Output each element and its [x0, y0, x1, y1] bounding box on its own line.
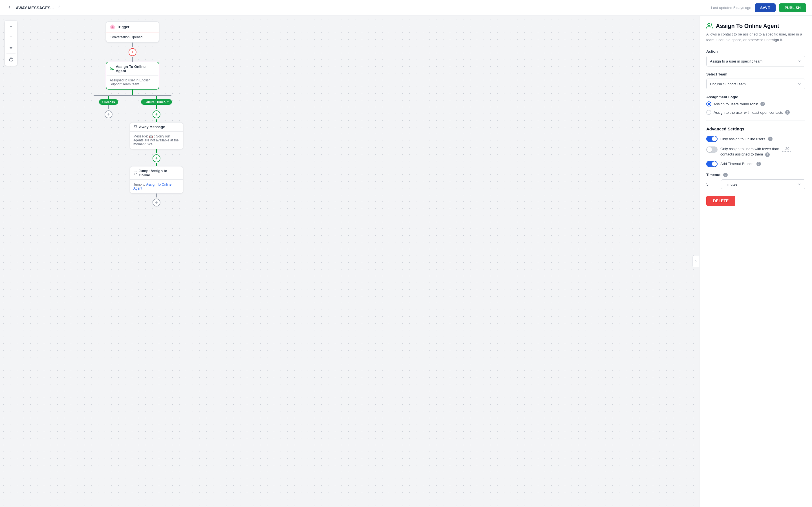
help-icon-online[interactable]: ? — [768, 136, 772, 141]
advanced-title: Advanced Settings — [706, 126, 805, 131]
chevron-down-icon-3 — [797, 182, 802, 186]
add-failure-button[interactable]: + — [153, 110, 160, 118]
help-icon-least-contacts[interactable]: ? — [785, 110, 790, 115]
connector-3 — [132, 90, 133, 95]
svg-point-0 — [10, 47, 11, 48]
jump-body: Jump to Assign To Online Agent — [130, 180, 183, 193]
trigger-header: 🌸 Trigger — [106, 22, 159, 33]
toggle-online-label: Only assign to Online users — [720, 137, 765, 141]
timeout-label: Timeout ? — [706, 173, 805, 177]
success-label: Success — [99, 99, 118, 105]
away-node[interactable]: Away Message Message: 🤖 : Sorry our agen… — [130, 122, 183, 149]
toggle-online-thumb — [712, 136, 717, 142]
main-layout: + − 🌸 Trigge — [0, 16, 812, 507]
failure-branch: Failure: Timeout + Away Message Messag — [133, 95, 181, 208]
action-select[interactable]: Assign to a user in specific team — [706, 56, 805, 66]
branch-row: Success + Failure: Timeout + — [85, 95, 181, 208]
trigger-body: Conversation Opened — [106, 33, 159, 42]
h-connector — [94, 95, 171, 96]
team-value: English Support Team — [710, 82, 746, 86]
delete-button[interactable]: DELETE — [706, 196, 735, 206]
add-success-button[interactable]: + — [105, 110, 112, 118]
zoom-in-button[interactable]: + — [6, 22, 15, 31]
jump-header: Jump: Assign to Online ... — [130, 166, 183, 180]
help-icon-timeout-val[interactable]: ? — [723, 173, 728, 177]
help-icon-timeout[interactable]: ? — [756, 162, 761, 166]
radio-round-robin[interactable]: Assign to users round robin ? — [706, 101, 805, 107]
toggle-fewer-content: Only assign to users with fewer than 20 … — [720, 146, 791, 157]
panel-icon — [706, 22, 713, 29]
fit-button[interactable] — [6, 43, 15, 52]
panel-content: Assign To Online Agent Allows a contact … — [700, 16, 812, 213]
assign-body: Assigned to user in English Support Team… — [106, 75, 159, 89]
trigger-node-col: 🌸 Trigger Conversation Opened + Assign T… — [85, 21, 181, 208]
chevron-down-icon — [797, 59, 802, 63]
away-title: Away Message — [139, 125, 165, 129]
publish-button[interactable]: PUBLISH — [779, 3, 806, 12]
assign-node[interactable]: Assign To Online Agent Assigned to user … — [106, 62, 159, 90]
failure-connector-3 — [156, 119, 157, 122]
team-section: Select Team English Support Team — [706, 72, 805, 89]
branch-container: Success + Failure: Timeout + — [85, 90, 181, 208]
canvas-area[interactable]: + − 🌸 Trigge — [0, 16, 699, 507]
panel-description: Allows a contact to be assigned to a spe… — [706, 32, 805, 43]
toggle-fewer-row: Only assign to users with fewer than 20 … — [706, 146, 805, 157]
assignment-logic-section: Assignment Logic Assign to users round r… — [706, 95, 805, 115]
hand-tool-button[interactable] — [6, 55, 15, 64]
connector-1 — [132, 43, 133, 47]
timeout-unit-select[interactable]: minutes — [721, 179, 805, 189]
edit-icon[interactable] — [57, 5, 61, 10]
page-title: AWAY MESSAGES... — [16, 6, 54, 10]
flow-canvas: 🌸 Trigger Conversation Opened + Assign T… — [28, 21, 181, 208]
toggle-online[interactable] — [706, 136, 718, 142]
action-label: Action — [706, 49, 805, 54]
timeout-section: Timeout ? 5 minutes — [706, 173, 805, 189]
assignment-logic-radio-group: Assign to users round robin ? Assign to … — [706, 101, 805, 115]
trigger-node[interactable]: 🌸 Trigger Conversation Opened — [106, 21, 159, 43]
jump-connector — [156, 163, 157, 166]
timeout-value: 5 — [706, 182, 718, 186]
save-button[interactable]: SAVE — [755, 3, 776, 12]
failure-connector-1 — [156, 95, 157, 99]
header: AWAY MESSAGES... Last updated 5 days ago… — [0, 0, 812, 16]
jump-title: Jump: Assign to Online ... — [139, 169, 180, 177]
help-icon-round-robin[interactable]: ? — [760, 102, 765, 106]
collapse-panel-button[interactable] — [693, 256, 699, 267]
assign-title: Assign To Online Agent — [116, 64, 155, 73]
contacts-value[interactable]: 20 — [782, 146, 791, 152]
away-header: Away Message — [130, 122, 183, 131]
back-button[interactable] — [6, 3, 13, 12]
chevron-down-icon-2 — [797, 82, 802, 86]
action-section: Action Assign to a user in specific team — [706, 49, 805, 66]
radio-least-contacts-circle[interactable] — [706, 110, 711, 115]
toggle-online-row: Only assign to Online users ? — [706, 136, 805, 142]
failure-label: Failure: Timeout — [141, 99, 172, 105]
jump-node[interactable]: Jump: Assign to Online ... Jump to Assig… — [130, 166, 183, 193]
success-connector-1 — [108, 95, 109, 99]
help-icon-fewer[interactable]: ? — [765, 152, 770, 157]
advanced-settings-section: Advanced Settings Only assign to Online … — [706, 126, 805, 167]
radio-round-robin-circle[interactable] — [706, 101, 711, 107]
panel-title: Assign To Online Agent — [716, 23, 779, 29]
last-updated-text: Last updated 5 days ago — [711, 6, 751, 10]
add-after-jump-button[interactable]: + — [153, 199, 160, 207]
timeout-row: 5 minutes — [706, 179, 805, 189]
radio-least-contacts[interactable]: Assign to the user with least open conta… — [706, 110, 805, 115]
success-connector-2 — [108, 105, 109, 109]
contacts-row: Only assign to users with fewer than 20 — [720, 146, 791, 152]
toolbar-divider — [6, 42, 15, 42]
failure-connector-2 — [156, 105, 157, 109]
zoom-out-button[interactable]: − — [6, 32, 15, 41]
away-body: Message: 🤖 : Sorry our agents are not av… — [130, 131, 183, 149]
add-after-away-button[interactable]: + — [153, 154, 160, 162]
add-after-trigger-button[interactable]: + — [129, 48, 137, 56]
radio-least-contacts-label: Assign to the user with least open conta… — [714, 110, 783, 115]
toggle-fewer[interactable] — [706, 147, 718, 153]
panel-title-row: Assign To Online Agent — [706, 22, 805, 29]
toggle-timeout-row: Add Timeout Branch ? — [706, 161, 805, 167]
toggle-timeout[interactable] — [706, 161, 718, 167]
radio-round-robin-label: Assign to users round robin — [714, 102, 758, 106]
toggle-fewer-label-prefix: Only assign to users with fewer than — [720, 147, 779, 151]
team-select[interactable]: English Support Team — [706, 78, 805, 89]
assignment-logic-label: Assignment Logic — [706, 95, 805, 99]
